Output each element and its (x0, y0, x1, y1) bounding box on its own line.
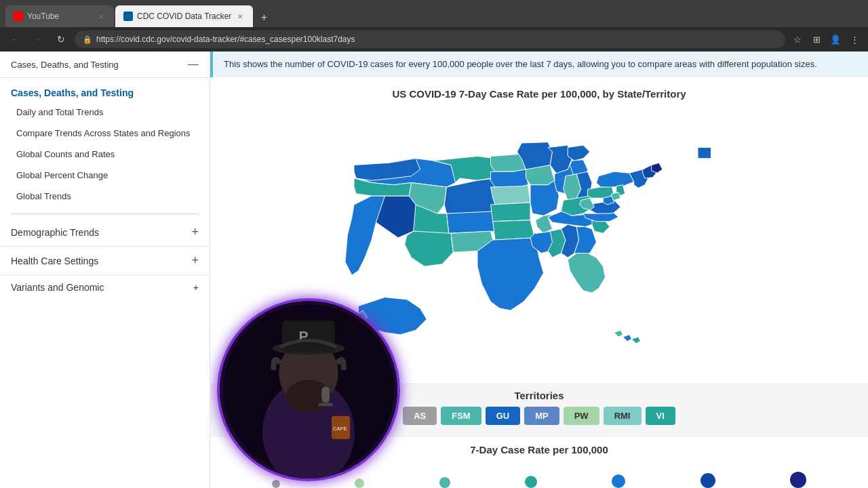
back-button[interactable]: ← (5, 30, 24, 49)
territory-pw[interactable]: PW (564, 407, 599, 425)
content-area: This shows the number of COVID-19 cases … (210, 52, 868, 488)
sidebar-top-section-header[interactable]: Cases, Deaths, and Testing — (0, 52, 210, 78)
tab-youtube-close[interactable]: ✕ (96, 12, 106, 21)
svg-rect-58 (282, 321, 335, 352)
svg-marker-20 (405, 231, 454, 266)
svg-marker-17 (493, 220, 535, 240)
chart-dot-5 (701, 473, 715, 488)
svg-rect-61 (321, 386, 330, 403)
sidebar-demographic-label: Demographic Trends (11, 227, 99, 238)
sidebar-item-global-trends[interactable]: Global Trends (11, 186, 199, 207)
browser-tabs: YouTube ✕ CDC COVID Data Tracker ✕ + (5, 0, 273, 27)
lock-icon: 🔒 (83, 35, 92, 44)
svg-marker-49 (614, 330, 623, 337)
svg-marker-13 (491, 203, 531, 222)
svg-rect-52 (698, 148, 711, 159)
svg-marker-7 (345, 196, 385, 275)
tab-cdc-close[interactable]: ✕ (235, 12, 245, 21)
tab-youtube[interactable]: YouTube ✕ (5, 5, 114, 27)
sidebar-health-expand-icon: + (191, 253, 199, 268)
sidebar-item-compare-trends[interactable]: Compare Trends Across States and Regions (11, 123, 199, 144)
address-bar[interactable]: 🔒 https://covid.cdc.gov/covid-data-track… (75, 30, 785, 48)
svg-marker-4 (447, 211, 498, 234)
main-area: Cases, Deaths, and Testing — Cases, Deat… (0, 52, 868, 488)
sidebar-health-care[interactable]: Health Care Settings + (0, 247, 210, 275)
territory-as[interactable]: AS (403, 407, 437, 425)
svg-text:P: P (298, 329, 308, 345)
menu-icon[interactable]: ⋮ (846, 31, 863, 47)
territory-gu[interactable]: GU (486, 407, 521, 425)
svg-marker-40 (597, 171, 634, 187)
webcam-inner: P CAFE (220, 301, 397, 479)
browser-chrome: YouTube ✕ CDC COVID Data Tracker ✕ + (0, 0, 868, 27)
cdc-favicon (123, 12, 133, 21)
svg-marker-18 (477, 238, 544, 310)
tab-cdc[interactable]: CDC COVID Data Tracker ✕ (115, 5, 253, 27)
youtube-favicon (14, 12, 23, 21)
refresh-button[interactable]: ↻ (52, 30, 71, 49)
address-text: https://covid.cdc.gov/covid-data-tracker… (96, 35, 355, 44)
webcam-person: P CAFE (220, 301, 397, 479)
sidebar-active-section: Cases, Deaths, and Testing Daily and Tot… (0, 78, 210, 209)
tab-youtube-label: YouTube (27, 12, 59, 21)
info-banner: This shows the number of COVID-19 cases … (210, 52, 868, 77)
territory-vi[interactable]: VI (646, 407, 675, 425)
svg-marker-23 (568, 145, 590, 161)
tab-cdc-label: CDC COVID Data Tracker (137, 12, 231, 21)
svg-marker-16 (530, 180, 559, 216)
sidebar-variants[interactable]: Variants and Genomic + (0, 275, 210, 300)
svg-marker-11 (491, 169, 528, 187)
chart-dot-3 (525, 476, 537, 488)
profile-icon[interactable]: 👤 (827, 31, 844, 47)
sidebar: Cases, Deaths, and Testing — Cases, Deat… (0, 52, 210, 488)
svg-marker-34 (568, 253, 605, 293)
chart-dot-0 (272, 480, 280, 488)
nav-right-buttons: ☆ ⊞ 👤 ⋮ (789, 31, 863, 47)
bookmark-icon[interactable]: ☆ (789, 31, 806, 47)
svg-marker-12 (491, 185, 531, 205)
svg-text:CAFE: CAFE (333, 426, 347, 432)
sidebar-item-global-percent[interactable]: Global Percent Change (11, 165, 199, 186)
territory-fsm[interactable]: FSM (441, 407, 481, 425)
sidebar-active-title[interactable]: Cases, Deaths, and Testing (11, 83, 199, 102)
svg-marker-50 (623, 335, 632, 342)
sidebar-item-global-counts[interactable]: Global Counts and Rates (11, 144, 199, 165)
sidebar-collapse-icon: — (188, 58, 199, 70)
sidebar-item-daily-trends[interactable]: Daily and Total Trends (11, 102, 199, 123)
svg-rect-62 (319, 403, 333, 406)
info-text: This shows the number of COVID-19 cases … (224, 59, 817, 69)
sidebar-demographic-trends[interactable]: Demographic Trends + (0, 218, 210, 247)
chart-dot-6 (790, 472, 806, 488)
new-tab-button[interactable]: + (254, 8, 273, 27)
extensions-icon[interactable]: ⊞ (808, 31, 825, 47)
chart-dot-4 (612, 474, 625, 488)
chart-dot-2 (439, 477, 450, 488)
sidebar-demographic-expand-icon: + (191, 225, 199, 239)
browser-nav: ← → ↻ 🔒 https://covid.cdc.gov/covid-data… (0, 27, 868, 52)
territory-mp[interactable]: MP (524, 407, 559, 425)
svg-marker-43 (652, 163, 663, 173)
sidebar-top-section-label: Cases, Deaths, and Testing (11, 60, 119, 70)
chart-dot-1 (355, 479, 364, 488)
forward-button[interactable]: → (28, 30, 47, 49)
sidebar-variants-label: Variants and Genomic (11, 282, 104, 293)
webcam-overlay: P CAFE (217, 298, 400, 481)
sidebar-variants-expand-icon: + (193, 282, 199, 293)
sidebar-health-label: Health Care Settings (11, 256, 98, 266)
map-title: US COVID-19 7-Day Case Rate per 100,000,… (221, 88, 857, 100)
sidebar-divider (11, 214, 199, 214)
svg-marker-51 (632, 337, 641, 344)
territory-rmi[interactable]: RMI (604, 407, 642, 425)
